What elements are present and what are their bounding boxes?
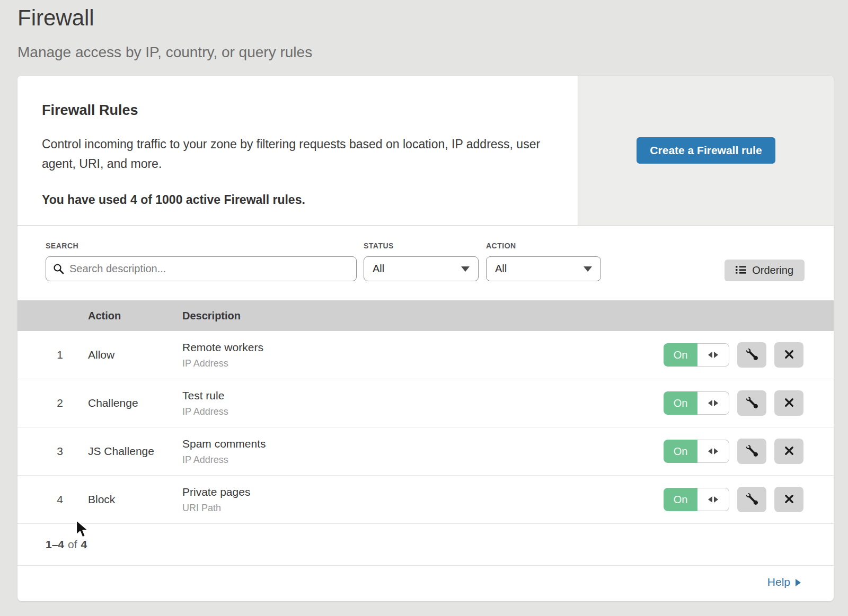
page-subtitle: Manage access by IP, country, or query r… xyxy=(17,43,848,61)
rule-action: Allow xyxy=(88,349,182,361)
rule-action: JS Challenge xyxy=(88,445,182,458)
table-header: Action Description xyxy=(17,300,834,331)
status-filter-group: STATUS All xyxy=(364,242,479,281)
close-icon xyxy=(784,397,794,409)
action-select-value: All xyxy=(495,263,507,275)
rule-match-type: URI Path xyxy=(182,503,664,514)
page-header: Firewall Manage access by IP, country, o… xyxy=(0,0,848,61)
edit-rule-button[interactable] xyxy=(737,390,766,416)
table-row: 1 Allow Remote workers IP Address On xyxy=(17,331,834,379)
card-description: Control incoming traffic to your zone by… xyxy=(42,135,545,174)
rule-priority: 3 xyxy=(49,445,70,458)
delete-rule-button[interactable] xyxy=(774,390,803,416)
arrow-left-icon xyxy=(708,496,712,503)
chevron-down-icon xyxy=(461,266,470,272)
arrow-right-icon xyxy=(714,496,718,503)
help-link[interactable]: Help xyxy=(767,576,801,588)
card-intro-block: Firewall Rules Control incoming traffic … xyxy=(17,76,834,226)
wrench-icon xyxy=(746,493,758,506)
ordering-button-label: Ordering xyxy=(752,264,793,276)
wrench-icon xyxy=(746,397,758,410)
status-select[interactable]: All xyxy=(364,256,479,281)
close-icon xyxy=(784,494,794,506)
action-label: ACTION xyxy=(486,242,601,250)
table-row: 4 Block Private pages URI Path On xyxy=(17,476,834,524)
table-row: 2 Challenge Test rule IP Address On xyxy=(17,379,834,427)
wrench-icon xyxy=(746,349,758,362)
action-select[interactable]: All xyxy=(486,256,601,281)
rule-action: Block xyxy=(88,493,182,506)
filter-row: SEARCH STATUS All ACTION All xyxy=(17,226,834,300)
arrow-left-icon xyxy=(708,352,712,358)
toggle-handle[interactable] xyxy=(697,343,729,367)
toggle-on-label: On xyxy=(664,343,697,367)
wrench-icon xyxy=(746,445,758,458)
toggle-handle[interactable] xyxy=(697,391,729,415)
delete-rule-button[interactable] xyxy=(774,439,803,464)
rule-enabled-toggle[interactable]: On xyxy=(664,343,729,367)
rule-description: Remote workers xyxy=(182,341,664,354)
card-title: Firewall Rules xyxy=(42,102,546,119)
arrow-right-icon xyxy=(714,400,718,406)
rule-description: Spam comments xyxy=(182,438,664,450)
card-intro-text: Firewall Rules Control incoming traffic … xyxy=(17,76,578,225)
edit-rule-button[interactable] xyxy=(737,439,766,464)
rule-enabled-toggle[interactable]: On xyxy=(664,391,729,415)
arrow-right-icon xyxy=(796,579,801,586)
search-icon xyxy=(53,263,64,276)
search-filter-group: SEARCH xyxy=(46,242,357,281)
chevron-down-icon xyxy=(584,266,592,272)
rule-enabled-toggle[interactable]: On xyxy=(664,440,729,463)
rule-match-type: IP Address xyxy=(182,406,664,417)
table-row: 3 JS Challenge Spam comments IP Address … xyxy=(17,427,834,476)
edit-rule-button[interactable] xyxy=(737,342,766,368)
rule-action: Challenge xyxy=(88,397,182,409)
rule-description: Private pages xyxy=(182,486,664,498)
column-header-description: Description xyxy=(182,310,834,322)
rule-match-type: IP Address xyxy=(182,454,664,466)
arrow-right-icon xyxy=(714,352,718,358)
rule-enabled-toggle[interactable]: On xyxy=(664,488,729,511)
usage-note: You have used 4 of 1000 active Firewall … xyxy=(42,193,546,207)
search-input[interactable] xyxy=(46,256,357,281)
toggle-handle[interactable] xyxy=(697,488,729,511)
toggle-on-label: On xyxy=(664,391,697,415)
rule-priority: 4 xyxy=(49,493,70,506)
delete-rule-button[interactable] xyxy=(774,342,803,368)
toggle-on-label: On xyxy=(664,440,697,463)
rule-description: Test rule xyxy=(182,389,664,402)
ordering-button[interactable]: Ordering xyxy=(725,260,805,281)
toggle-handle[interactable] xyxy=(697,440,729,463)
toggle-on-label: On xyxy=(664,488,697,511)
search-label: SEARCH xyxy=(46,242,357,250)
rule-priority: 2 xyxy=(49,397,70,409)
list-ordering-icon xyxy=(736,264,746,276)
arrow-left-icon xyxy=(708,400,712,406)
arrow-left-icon xyxy=(708,448,712,454)
arrow-right-icon xyxy=(714,448,718,454)
card-intro-action-panel: Create a Firewall rule xyxy=(578,76,834,225)
rule-priority: 1 xyxy=(49,349,70,361)
delete-rule-button[interactable] xyxy=(774,487,803,512)
status-label: STATUS xyxy=(364,242,479,250)
pagination-of: of xyxy=(68,538,77,551)
edit-rule-button[interactable] xyxy=(737,487,766,512)
page-title: Firewall xyxy=(17,3,848,33)
pagination: 1–4 of 4 xyxy=(17,524,834,565)
pagination-total: 4 xyxy=(81,538,87,551)
create-firewall-rule-button[interactable]: Create a Firewall rule xyxy=(637,137,775,164)
card-footer: Help xyxy=(17,565,834,598)
column-header-action: Action xyxy=(88,310,182,322)
action-filter-group: ACTION All xyxy=(486,242,601,281)
pagination-range: 1–4 xyxy=(46,538,64,551)
close-icon xyxy=(784,445,794,458)
help-link-label: Help xyxy=(767,576,790,588)
status-select-value: All xyxy=(373,263,384,275)
rule-match-type: IP Address xyxy=(182,358,664,369)
firewall-rules-card: Firewall Rules Control incoming traffic … xyxy=(17,76,834,601)
close-icon xyxy=(784,349,794,361)
